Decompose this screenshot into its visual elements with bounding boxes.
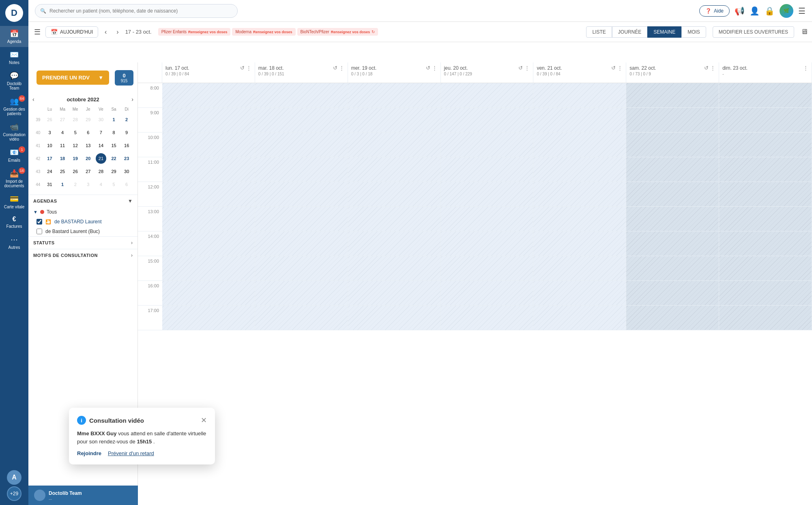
slot-cell[interactable] (719, 157, 812, 182)
user-plus-badge[interactable]: +29 (7, 486, 21, 501)
slot-cell[interactable] (533, 157, 626, 182)
bottom-chat-bar[interactable]: Doctolib Team ... (28, 486, 138, 505)
slot-cell[interactable] (162, 182, 255, 206)
sidebar-item-emails[interactable]: 1 📧 Emails (0, 145, 28, 166)
slot-cell[interactable] (255, 306, 348, 330)
slot-cell[interactable] (255, 281, 348, 305)
sidebar-item-notes[interactable]: ✉️ Notes (0, 47, 28, 68)
slot-cell[interactable] (348, 83, 441, 107)
vaccine-badge-moderna[interactable]: Moderna Renseignez vos doses (232, 28, 295, 36)
slot-cell[interactable] (719, 83, 812, 107)
sidebar-item-import-documents[interactable]: 16 📥 Import de documents (0, 166, 28, 191)
notif-close-button[interactable]: ✕ (201, 416, 207, 425)
slot-cell[interactable] (719, 231, 812, 256)
view-semaine-button[interactable]: SEMAINE (647, 26, 681, 38)
search-input[interactable] (49, 8, 232, 14)
slot-cell[interactable] (255, 231, 348, 256)
agenda-item-bastard-laurent[interactable]: 🎦 de BASTARD Laurent (28, 217, 137, 227)
slot-cell[interactable] (255, 207, 348, 231)
slot-cell[interactable] (348, 306, 441, 330)
slot-cell[interactable] (162, 281, 255, 305)
sidebar-item-autres[interactable]: ⋯ Autres (0, 232, 28, 253)
slot-cell[interactable] (255, 108, 348, 132)
sat-more-icon[interactable]: ⋮ (710, 65, 715, 71)
slot-cell[interactable] (255, 157, 348, 182)
today-button[interactable]: 📅 AUJOURD'HUI (45, 26, 98, 38)
fri-more-icon[interactable]: ⋮ (617, 65, 623, 71)
wed-more-icon[interactable]: ⋮ (432, 65, 437, 71)
slot-cell[interactable] (255, 256, 348, 280)
slot-cell[interactable] (162, 83, 255, 107)
slot-cell[interactable] (626, 182, 719, 206)
agenda-checkbox-bastard[interactable] (37, 219, 42, 225)
slot-cell[interactable] (533, 281, 626, 305)
slot-cell[interactable] (533, 182, 626, 206)
slot-cell[interactable] (441, 306, 534, 330)
slot-cell[interactable] (533, 306, 626, 330)
fri-refresh-icon[interactable]: ↺ (611, 65, 616, 71)
slot-cell[interactable] (719, 256, 812, 280)
sidebar-item-gestion-patients[interactable]: 64 👥 Gestion des patients (0, 94, 28, 119)
slot-cell[interactable] (441, 83, 534, 107)
slot-cell[interactable] (441, 256, 534, 280)
agenda-checkbox-buc[interactable] (37, 229, 42, 234)
sidebar-logo[interactable]: D (5, 4, 23, 22)
slot-cell[interactable] (255, 182, 348, 206)
slot-cell[interactable] (533, 207, 626, 231)
slot-cell[interactable] (348, 182, 441, 206)
statuts-section-header[interactable]: STATUTS › (28, 236, 137, 249)
slot-cell[interactable] (719, 306, 812, 330)
slot-cell[interactable] (626, 157, 719, 182)
slot-cell[interactable] (255, 133, 348, 157)
slot-cell[interactable] (719, 108, 812, 132)
sidebar-item-agenda[interactable]: 📅 Agenda (0, 26, 28, 47)
slot-cell[interactable] (533, 133, 626, 157)
slot-cell[interactable] (626, 83, 719, 107)
slot-cell[interactable] (626, 281, 719, 305)
sidebar-item-factures[interactable]: € Factures (0, 212, 28, 232)
prev-week-button[interactable]: ‹ (101, 27, 110, 37)
motifs-section-header[interactable]: MOTIFS DE CONSULTATION › (28, 249, 137, 261)
users-icon[interactable]: 👤 (750, 6, 760, 16)
slot-cell[interactable] (626, 231, 719, 256)
slot-cell[interactable] (719, 182, 812, 206)
slot-cell[interactable] (348, 256, 441, 280)
mini-cal-prev[interactable]: ‹ (32, 96, 34, 103)
slot-cell[interactable] (719, 207, 812, 231)
agenda-item-bastard-buc[interactable]: de Bastard Laurent (Buc) (28, 227, 137, 236)
menu-icon[interactable]: ☰ (798, 6, 806, 16)
slot-cell[interactable] (626, 207, 719, 231)
tue-more-icon[interactable]: ⋮ (339, 65, 344, 71)
profile-avatar[interactable]: 🌿 (780, 4, 793, 18)
slot-cell[interactable] (348, 231, 441, 256)
slot-cell[interactable] (441, 108, 534, 132)
slot-cell[interactable] (441, 281, 534, 305)
slot-cell[interactable] (441, 157, 534, 182)
modifier-ouvertures-button[interactable]: MODIFIER LES OUVERTURES (713, 26, 794, 38)
help-button[interactable]: ❓ Aide (699, 5, 730, 17)
slot-cell[interactable] (441, 133, 534, 157)
slot-cell[interactable] (162, 306, 255, 330)
hamburger-menu[interactable]: ☰ (32, 26, 42, 38)
slot-cell[interactable] (162, 231, 255, 256)
prendre-rdv-button[interactable]: PRENDRE UN RDV ▼ (37, 71, 109, 85)
search-box[interactable]: 🔍 (35, 4, 238, 18)
mini-cal-next[interactable]: › (131, 96, 133, 103)
megaphone-icon[interactable]: 📢 (735, 6, 745, 16)
slot-cell[interactable] (533, 108, 626, 132)
slot-cell[interactable] (719, 133, 812, 157)
next-week-button[interactable]: › (113, 27, 122, 37)
sat-refresh-icon[interactable]: ↺ (704, 65, 709, 71)
vaccine-badge-biontech[interactable]: BioNTech/Pfizer Renseignez vos doses ↻ (297, 28, 378, 36)
slot-cell[interactable] (441, 182, 534, 206)
slot-cell[interactable] (162, 157, 255, 182)
slot-cell[interactable] (348, 157, 441, 182)
sidebar-item-doctolib-team[interactable]: 💬 Doctolib Team (0, 68, 28, 94)
slot-cell[interactable] (162, 256, 255, 280)
wed-refresh-icon[interactable]: ↺ (426, 65, 430, 71)
agendas-section-header[interactable]: AGENDAS ▼ (28, 195, 137, 207)
slot-cell[interactable] (719, 281, 812, 305)
slot-cell[interactable] (533, 256, 626, 280)
view-mois-button[interactable]: MOIS (681, 26, 706, 38)
view-journee-button[interactable]: JOURNÉE (612, 26, 647, 38)
